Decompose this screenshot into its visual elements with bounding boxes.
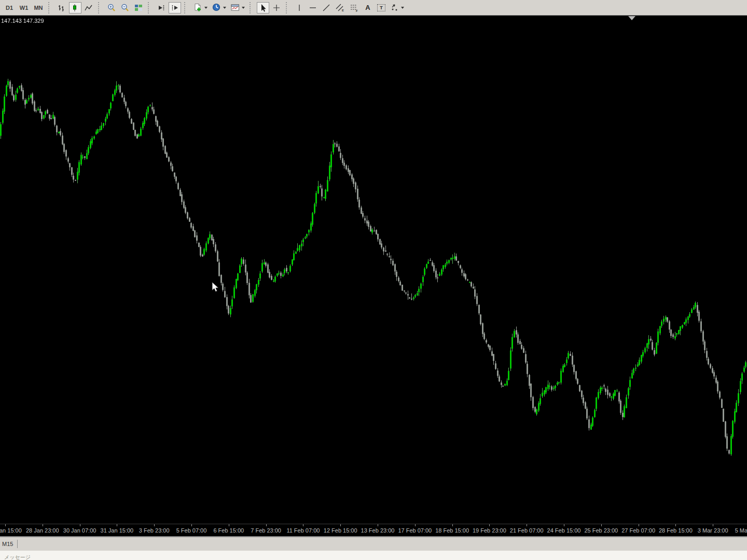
toolbar-grip bbox=[250, 2, 254, 13]
time-axis-label: 12 Feb 15:00 bbox=[324, 527, 357, 534]
time-axis-tick bbox=[713, 524, 713, 526]
fibonacci-icon: F bbox=[349, 3, 359, 12]
text-label-tool-button[interactable]: T bbox=[375, 2, 388, 13]
candlestick-chart-canvas[interactable] bbox=[0, 16, 747, 524]
time-axis-tick bbox=[564, 524, 564, 526]
cursor-arrow-icon bbox=[258, 3, 268, 12]
time-axis-tick bbox=[5, 524, 6, 526]
arrows-shapes-icon bbox=[390, 3, 399, 12]
time-axis-label: 3 Feb 23:00 bbox=[139, 527, 170, 534]
auto-scroll-button[interactable] bbox=[155, 2, 168, 13]
time-axis-label: 28 Feb 15:00 bbox=[659, 527, 693, 534]
bar-chart-icon bbox=[57, 3, 66, 12]
time-axis-label: 5 Mar 23:00 bbox=[735, 527, 747, 534]
cursor-tool-button[interactable] bbox=[257, 2, 269, 13]
time-axis-label: 27 Jan 15:00 bbox=[0, 527, 22, 534]
status-message-label: メッセージ bbox=[4, 554, 31, 560]
toolbar-grip bbox=[286, 2, 290, 13]
trendline-icon bbox=[322, 3, 331, 12]
status-strip: メッセージ bbox=[0, 551, 747, 560]
time-axis-tick bbox=[191, 524, 192, 526]
time-axis-tick bbox=[378, 524, 378, 526]
time-axis-tick bbox=[229, 524, 229, 526]
svg-text:F: F bbox=[356, 9, 358, 12]
time-axis-tick bbox=[601, 524, 602, 526]
time-axis-label: 30 Jan 07:00 bbox=[63, 527, 96, 534]
time-axis-label: 17 Feb 07:00 bbox=[398, 527, 432, 534]
toolbar-grip bbox=[184, 2, 188, 13]
tab-separator bbox=[17, 540, 18, 548]
chart-area[interactable]: 147.143 147.329 bbox=[0, 16, 747, 524]
zoom-out-icon bbox=[120, 3, 130, 12]
time-axis-tick bbox=[489, 524, 490, 526]
tile-windows-button[interactable] bbox=[132, 2, 145, 13]
new-order-icon bbox=[193, 3, 203, 12]
chart-tab-bar: M15 bbox=[0, 536, 747, 551]
chart-period-tab[interactable]: M15 bbox=[1, 540, 16, 548]
time-axis-label: 3 Mar 23:00 bbox=[698, 527, 728, 534]
candlestick-chart-icon bbox=[71, 3, 80, 12]
quote-display: 147.143 147.329 bbox=[1, 18, 44, 24]
timeframe-w1-button[interactable]: W1 bbox=[17, 2, 31, 13]
time-axis-tick bbox=[117, 524, 117, 526]
time-axis-label: 6 Feb 15:00 bbox=[213, 527, 244, 534]
time-axis-tick bbox=[452, 524, 453, 526]
time-axis-tick bbox=[675, 524, 676, 526]
svg-text:E: E bbox=[342, 9, 344, 12]
time-axis-tick bbox=[639, 524, 639, 526]
time-axis-label: 31 Jan 15:00 bbox=[101, 527, 134, 534]
toolbar: D1 W1 MN bbox=[0, 0, 747, 16]
dropdown-caret-icon bbox=[401, 7, 404, 9]
time-axis-tick bbox=[266, 524, 267, 526]
zoom-in-icon bbox=[107, 3, 116, 12]
time-axis-tick bbox=[303, 524, 303, 526]
fibonacci-tool-button[interactable]: F bbox=[348, 2, 361, 13]
time-axis-tick bbox=[80, 524, 80, 526]
time-axis-tick bbox=[340, 524, 341, 526]
time-axis-label: 24 Feb 15:00 bbox=[547, 527, 581, 534]
vertical-line-tool-button[interactable] bbox=[293, 2, 306, 13]
toolbar-grip bbox=[48, 2, 52, 13]
time-axis-label: 21 Feb 07:00 bbox=[510, 527, 544, 534]
zoom-in-button[interactable] bbox=[105, 2, 118, 13]
time-axis[interactable]: 27 Jan 15:0028 Jan 23:0030 Jan 07:0031 J… bbox=[0, 524, 747, 537]
candlestick-chart-button[interactable] bbox=[69, 2, 81, 13]
dropdown-caret-icon bbox=[242, 7, 245, 9]
time-axis-label: 7 Feb 23:00 bbox=[251, 527, 281, 534]
time-axis-label: 18 Feb 15:00 bbox=[435, 527, 469, 534]
time-axis-tick bbox=[527, 524, 527, 526]
dropdown-caret-icon bbox=[223, 7, 226, 9]
tile-windows-icon bbox=[134, 3, 143, 12]
new-order-button[interactable] bbox=[191, 2, 209, 13]
time-axis-tick bbox=[43, 524, 43, 526]
toolbar-grip bbox=[148, 2, 152, 13]
horizontal-line-tool-button[interactable] bbox=[307, 2, 319, 13]
line-chart-icon bbox=[84, 3, 93, 12]
timeframe-mn-button[interactable]: MN bbox=[32, 2, 45, 13]
periods-button[interactable] bbox=[210, 2, 228, 13]
crosshair-icon bbox=[272, 3, 281, 12]
periods-clock-icon bbox=[212, 3, 222, 12]
templates-button[interactable] bbox=[229, 2, 246, 13]
zoom-out-button[interactable] bbox=[119, 2, 131, 13]
line-chart-button[interactable] bbox=[82, 2, 95, 13]
timeframe-d1-button[interactable]: D1 bbox=[3, 2, 16, 13]
time-axis-label: 28 Jan 23:00 bbox=[26, 527, 59, 534]
text-tool-icon: A bbox=[365, 4, 370, 11]
crosshair-tool-button[interactable] bbox=[270, 2, 283, 13]
text-tool-button[interactable]: A bbox=[362, 2, 374, 13]
time-axis-label: 5 Feb 07:00 bbox=[176, 527, 207, 534]
time-axis-label: 25 Feb 23:00 bbox=[584, 527, 618, 534]
arrows-tool-button[interactable] bbox=[389, 2, 406, 13]
trendline-tool-button[interactable] bbox=[320, 2, 333, 13]
bar-chart-button[interactable] bbox=[56, 2, 68, 13]
auto-scroll-icon bbox=[157, 3, 166, 12]
templates-icon bbox=[230, 3, 240, 12]
chart-shift-button[interactable] bbox=[169, 2, 181, 13]
toolbar-grip bbox=[98, 2, 102, 13]
text-label-icon: T bbox=[377, 4, 385, 11]
time-axis-label: 27 Feb 07:00 bbox=[621, 527, 655, 534]
equidistant-channel-tool-button[interactable]: E bbox=[334, 2, 347, 13]
time-axis-label: 11 Feb 07:00 bbox=[286, 527, 320, 534]
time-axis-label: 13 Feb 23:00 bbox=[361, 527, 395, 534]
